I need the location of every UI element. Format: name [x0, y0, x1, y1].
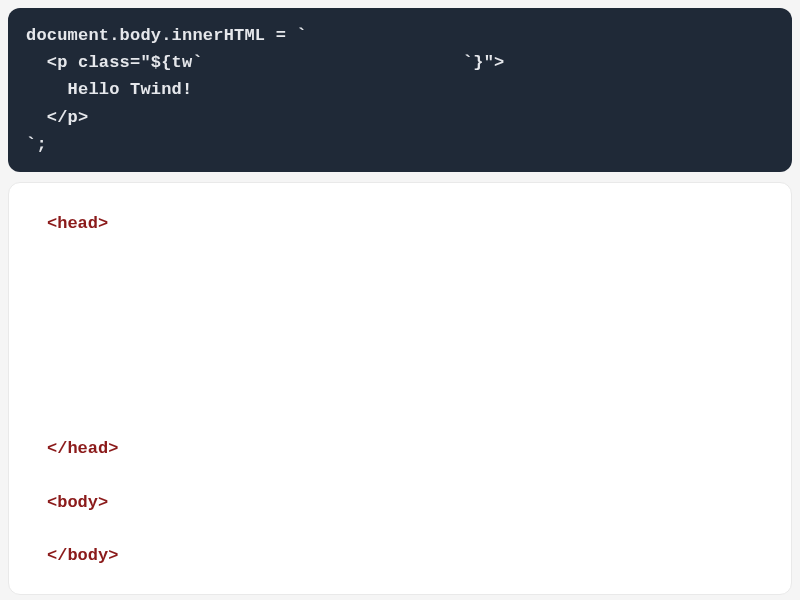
output-gap	[47, 462, 753, 490]
output-preview-block: <head> </head> <body> </body>	[8, 182, 792, 595]
output-line-body-open: <body>	[47, 490, 753, 516]
output-line-head-close: </head>	[47, 436, 753, 462]
output-gap	[47, 236, 753, 436]
output-line-body-close: </body>	[47, 543, 753, 569]
code-segment: `}">	[463, 53, 505, 72]
output-gap	[47, 515, 753, 543]
code-line: </p>	[26, 104, 774, 131]
code-line: document.body.innerHTML = `	[26, 22, 774, 49]
code-line: <p class="${tw``}">	[26, 49, 774, 76]
code-line: `;	[26, 131, 774, 158]
code-editor-block: document.body.innerHTML = ` <p class="${…	[8, 8, 792, 172]
code-segment: <p class="${tw`	[26, 53, 203, 72]
code-line: Hello Twind!	[26, 76, 774, 103]
output-line-head-open: <head>	[47, 211, 753, 237]
